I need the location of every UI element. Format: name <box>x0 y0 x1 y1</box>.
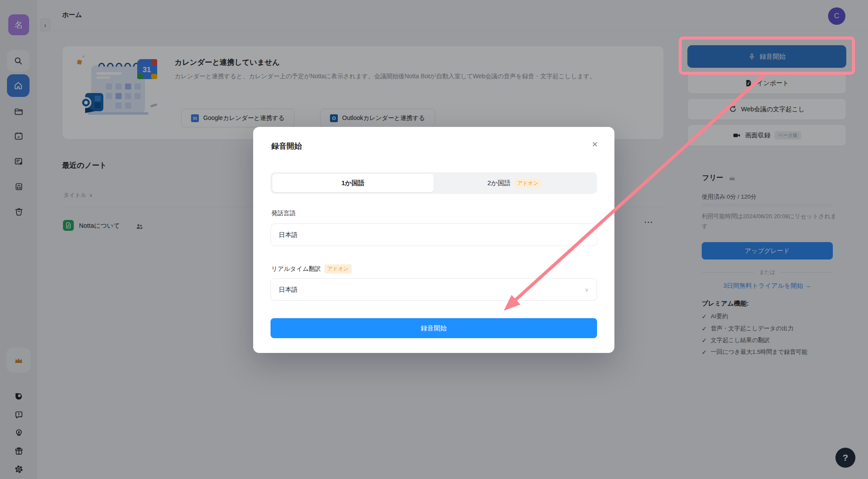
tab-one-language[interactable]: 1か国語 <box>272 174 434 192</box>
translate-language-value: 日本語 <box>279 286 298 294</box>
speech-language-label: 発話言語 <box>271 210 296 217</box>
notta-app: 名 ホーム › C <box>0 0 868 479</box>
annotation-arrow <box>478 65 782 326</box>
modal-title: 録音開始 <box>271 141 302 151</box>
addon-badge: アドオン <box>324 264 352 273</box>
speech-language-value: 日本語 <box>279 231 298 239</box>
realtime-translate-label: リアルタイム翻訳 アドオン <box>271 264 352 273</box>
